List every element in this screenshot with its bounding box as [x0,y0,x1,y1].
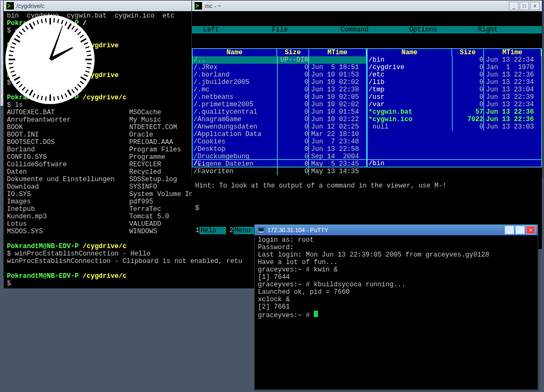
clock-tick [11,71,15,73]
putty-icon [257,226,265,234]
clock-tick [25,89,28,93]
clock-tick [19,84,22,88]
mc-prompt[interactable]: $ [195,204,199,212]
clock-tick [77,84,81,88]
minimize-button[interactable]: _ [505,226,514,234]
cygwin-icon [6,2,14,10]
clock-tick [37,20,39,24]
maximize-button[interactable]: □ [520,2,529,10]
mc-row[interactable]: /.mc0Jun 13 22:38 [193,86,366,93]
mc-panel-footer: /.. [193,159,366,167]
mc-row[interactable]: /Desktop0Jun 13 22:58 [193,146,366,153]
maximize-button[interactable]: □ [515,226,525,234]
clock-tick [84,74,88,77]
mc-row[interactable]: null0Jun 13 23:03 [367,123,541,131]
clock-tick [87,63,91,64]
clock-tick [29,89,34,96]
clock-tick [41,96,43,100]
close-button[interactable]: × [526,226,535,234]
mc-row[interactable]: /.borland0Jun 10 01:53 [193,71,366,79]
clock-tick [12,74,16,77]
clock-tick [80,38,87,43]
mc-row[interactable]: /.qualitycentral0Jun 10 01:54 [193,108,366,116]
mc-row[interactable]: /lib0Jun 13 22:34 [367,79,541,86]
mc-menu-item[interactable]: Right [470,26,539,33]
mc-row[interactable]: /..UP--DIR [193,56,366,64]
mc-row[interactable]: /Anwendungsdaten0Jun 12 02:25 [193,123,366,131]
clock-tick [71,25,74,30]
clock-tick [9,50,13,53]
clock-tick [37,95,39,99]
mc-window[interactable]: mc - ~ _ □ × Left File Command Options R… [191,0,542,177]
cursor [314,311,318,317]
clock-tick [85,71,89,73]
mc-menu-item[interactable]: Options [401,26,470,33]
mc-row[interactable]: *cygwin.ico7022Jun 13 22:36 [367,116,541,123]
mc-right-panel[interactable]: NameSizeMTime/bin0Jun 13 22:34/cygdrive0… [367,48,542,167]
mc-row[interactable]: /usr0Jun 13 22:39 [367,93,541,101]
mc-hint: Hint: To look at the output of a command… [192,182,542,190]
clock-tick [57,19,60,23]
mc-row[interactable]: /etc0Jun 13 22:36 [367,71,541,79]
clock-tick [85,46,89,48]
mc-icon [194,2,203,10]
mc-panel-footer: /bin [367,159,541,167]
clock-face [5,15,95,104]
mc-menu-item[interactable]: Command [332,26,401,33]
close-button[interactable]: × [530,2,540,10]
clock-tick [16,81,20,84]
clock-tick [32,93,35,98]
clock-tick [9,63,13,64]
mc-row[interactable]: /Favoriten0May 13 14:35 [193,168,366,175]
mc-row[interactable]: /cygdrive0Jan 1 1970 [367,64,541,71]
clock-tick [11,46,15,48]
clock-tick [29,23,34,30]
clock-tick [84,42,88,45]
clock-tick [80,35,84,38]
mc-titlebar[interactable]: mc - ~ _ □ × [192,1,542,11]
clock-tick [45,97,47,101]
mc-menu-item[interactable]: Left [195,26,264,33]
mc-row[interactable]: /Cookies0Jun 7 23:48 [193,138,366,146]
mc-row[interactable]: /.jbuilder20050Jun 10 02:02 [193,79,366,86]
clock-tick [45,18,47,22]
clock-tick [25,25,28,30]
clock-tick [61,95,63,99]
mc-left-panel[interactable]: NameSizeMTime/..UP--DIR/.JRex0Jun 5 18:5… [192,48,367,167]
clock-tick [61,20,63,24]
clock-tick [74,28,78,32]
putty-titlebar[interactable]: 172.30.31.104 - PuTTY _ □ × [255,225,538,235]
clock-tick [67,89,72,96]
clock-tick [9,67,13,69]
mc-row[interactable]: /var0Jun 13 22:34 [367,101,541,108]
clock-tick [22,87,26,90]
clock-tick [65,93,68,98]
clock-tick [80,76,87,81]
mc-menu[interactable]: Left File Command Options Right [192,26,542,33]
clock-tick [74,87,78,90]
mc-row[interactable]: /.primetime20050Jun 10 02:02 [193,101,366,108]
minimize-button[interactable]: _ [509,2,518,10]
mc-row[interactable]: /AnagramGame0Jun 10 02:22 [193,116,366,123]
clock-tick [65,21,68,25]
mc-row[interactable]: /bin0Jun 13 22:34 [367,56,541,64]
putty-window[interactable]: 172.30.31.104 - PuTTY _ □ × login as: ro… [254,224,538,390]
clock-tick [14,38,20,43]
svg-rect-4 [260,232,262,233]
fkey-help[interactable]: 1Help [192,227,226,234]
putty-terminal[interactable]: login as: rootPassword:Last login: Mon J… [255,235,538,320]
clock-tick [49,18,51,24]
mc-row[interactable]: *cygwin.bat57Jun 13 22:36 [367,108,541,116]
clock-tick [9,59,15,61]
mc-row[interactable]: /.JRex0Jun 5 18:51 [193,64,366,71]
mc-row[interactable]: /Application Data0Mar 22 18:10 [193,131,366,138]
mc-body: Left File Command Options Right NameSize… [192,11,542,249]
mc-row[interactable]: /.netbeans0Jun 10 02:05 [193,93,366,101]
clock-tick [9,55,13,56]
clock-tick [86,59,92,61]
mc-row[interactable]: /tmp0Jun 13 23:04 [367,86,541,93]
clock-tick [86,50,90,53]
mc-menu-item[interactable]: File [264,26,332,33]
mc-title: mc - ~ [205,3,509,9]
clock-tick [57,96,60,100]
